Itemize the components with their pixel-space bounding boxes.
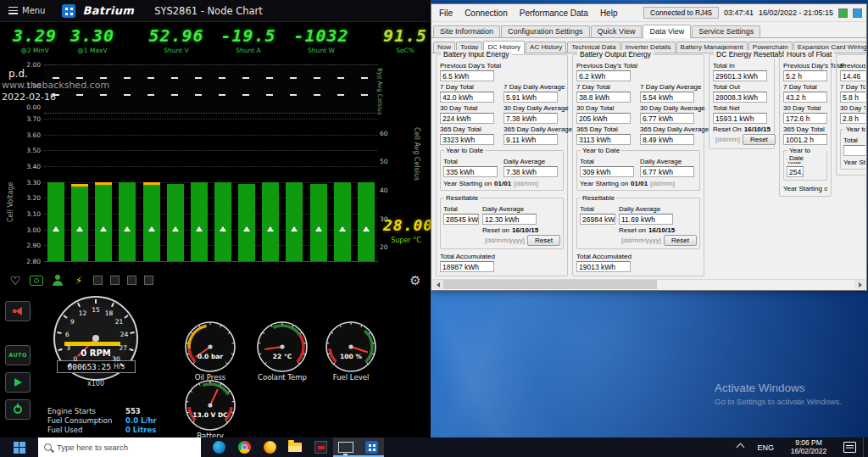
taskbar-batrium-watchmon-icon[interactable]: [359, 437, 384, 457]
language-indicator[interactable]: ENG: [750, 437, 781, 457]
field-value[interactable]: 172.6 h: [783, 113, 827, 124]
field-value[interactable]: 9.11 kWh: [504, 134, 558, 145]
field-value[interactable]: 38.8 kWh: [576, 92, 631, 103]
field-value[interactable]: 6.5 kWh: [440, 70, 494, 81]
tab-site-information[interactable]: Site Information: [433, 25, 500, 37]
metric-label: SoC%: [380, 47, 431, 54]
bypass-mark: [290, 94, 297, 96]
field-value[interactable]: 309 kWh: [580, 166, 634, 177]
tab-configuration-settings[interactable]: Configuration Settings: [501, 25, 590, 37]
field-value[interactable]: 6.2 kWh: [576, 70, 631, 81]
heart-icon[interactable]: ♡: [8, 273, 22, 288]
field-value[interactable]: 7.38 kWh: [504, 166, 558, 177]
bypass-mark: [219, 77, 225, 79]
field-value[interactable]: 26984 kWh: [580, 214, 615, 225]
square-icon[interactable]: [93, 276, 103, 285]
taskbar-dse-app-icon[interactable]: [308, 437, 333, 457]
field-value[interactable]: 254.3 h: [787, 166, 804, 177]
field-value[interactable]: 7.38 kWh: [504, 113, 558, 124]
scroll-thumb[interactable]: [443, 280, 657, 289]
square-icon[interactable]: [127, 276, 136, 285]
connection-status-button[interactable]: Connected to RJ45: [643, 7, 719, 19]
field-label: Total Accumulated: [576, 253, 700, 260]
square-icon[interactable]: [144, 276, 153, 285]
field-value[interactable]: 335 kWh: [443, 166, 498, 177]
cell-voltage-bar: [334, 182, 351, 261]
field-value[interactable]: 14.46: [840, 70, 865, 81]
tray-overflow-button[interactable]: [731, 437, 750, 457]
field-value[interactable]: 6.77 kWh: [640, 166, 694, 177]
field-value[interactable]: 5.91 kWh: [504, 92, 558, 103]
reset-button[interactable]: Reset: [664, 235, 697, 246]
field-value[interactable]: 19013 kWh: [576, 261, 631, 272]
horizontal-scrollbar[interactable]: [432, 279, 865, 289]
field-value[interactable]: 3323 kWh: [440, 134, 494, 145]
start-button[interactable]: [5, 372, 31, 393]
taskbar-edge-icon[interactable]: [206, 437, 231, 457]
field-value[interactable]: 12.30 kWh: [482, 214, 537, 225]
gear-icon[interactable]: ⚙: [409, 273, 422, 288]
field-7-day-total: 7 Day Total5.8 h: [840, 83, 865, 103]
field-value[interactable]: 6.77 kWh: [640, 113, 694, 124]
field-label: Previous Day's Total: [576, 62, 700, 70]
start-button[interactable]: [0, 437, 38, 457]
menu-button[interactable]: Menu: [5, 4, 48, 17]
tach-number: 27: [116, 344, 130, 352]
field-value[interactable]: 1001.2 h: [783, 134, 827, 145]
reset-button[interactable]: Reset: [527, 235, 560, 246]
field-value[interactable]: 1593.1 kWh: [713, 113, 767, 124]
field-value[interactable]: 224 kWh: [440, 113, 494, 124]
auto-mode-button[interactable]: AUTO: [5, 345, 31, 365]
tab-data-view[interactable]: Data View: [643, 25, 691, 38]
taskbar-firefox-icon[interactable]: [257, 437, 282, 457]
clock[interactable]: 9:06 PM 16/02/2022: [781, 439, 837, 455]
field-value[interactable]: 43.2 h: [783, 92, 827, 103]
field-value[interactable]: 3113 kWh: [576, 134, 631, 145]
windows-logo-icon: [14, 442, 25, 454]
scroll-track[interactable]: [443, 280, 854, 289]
search-box[interactable]: Type here to search: [38, 437, 201, 457]
user-icon[interactable]: [51, 273, 64, 288]
taskbar-engine-monitor-icon[interactable]: [333, 437, 359, 457]
field-value[interactable]: 8.49 kWh: [640, 134, 694, 145]
square-icon[interactable]: [110, 276, 120, 285]
field-value[interactable]: 42.0 kWh: [440, 92, 494, 103]
camera-icon[interactable]: [30, 273, 43, 288]
field-value[interactable]: 18987 kWh: [440, 261, 494, 272]
taskbar-chrome-icon[interactable]: [231, 437, 257, 457]
field-value[interactable]: 28545 kWh: [443, 214, 479, 225]
taskbar-file-explorer-icon[interactable]: [282, 437, 308, 457]
scroll-right-arrow[interactable]: [854, 280, 865, 289]
field-value[interactable]: 5.8 h: [840, 92, 865, 103]
bolt-icon[interactable]: ⚡: [72, 273, 86, 288]
menu-file[interactable]: File: [433, 7, 459, 20]
taskbar-apps: [206, 437, 384, 457]
scroll-left-arrow[interactable]: [432, 280, 443, 289]
menu-connection[interactable]: Connection: [459, 7, 514, 20]
show-desktop-button[interactable]: [863, 437, 868, 457]
cell-marker-icon: [124, 226, 131, 231]
field-value[interactable]: 29601.3 kWh: [713, 70, 767, 81]
field-value[interactable]: 205 kWh: [576, 113, 631, 124]
menu-help[interactable]: Help: [594, 7, 624, 20]
reset-button[interactable]: Reset: [743, 134, 776, 145]
field-value[interactable]: 28008.3 kWh: [713, 92, 767, 103]
metric-shunt-a: -19.5Shunt A: [214, 25, 283, 54]
field-value[interactable]: 5.2 h: [783, 70, 827, 81]
field-value[interactable]: 5.54 kWh: [640, 92, 694, 103]
window-button-green[interactable]: [838, 8, 848, 18]
reset-on-label: Reset on16/10/15: [619, 226, 697, 234]
activate-line2: Go to Settings to activate Windows.: [715, 397, 842, 406]
field-value[interactable]: [843, 145, 865, 156]
window-button-blue[interactable]: [853, 8, 862, 18]
tab-service-settings[interactable]: Service Settings: [692, 25, 760, 37]
menu-label: Menu: [22, 6, 45, 15]
alarm-mute-button[interactable]: [5, 301, 31, 321]
tab-quick-view[interactable]: Quick View: [591, 25, 643, 37]
menu-performance-data[interactable]: Performance Data: [514, 7, 594, 20]
bypass-mark: [314, 77, 320, 79]
action-center-button[interactable]: [837, 437, 863, 457]
power-button[interactable]: [5, 399, 31, 420]
field-value[interactable]: 2.8 h: [840, 113, 865, 124]
field-value[interactable]: 11.69 kWh: [619, 214, 673, 225]
